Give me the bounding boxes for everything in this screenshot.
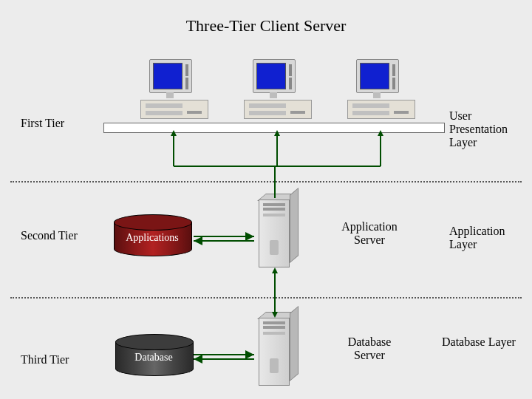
third-tier-label: Third Tier xyxy=(21,353,69,366)
second-tier-label: Second Tier xyxy=(21,229,78,242)
applications-cylinder: Applications xyxy=(114,214,191,259)
application-server-icon xyxy=(259,200,297,270)
database-cylinder-label: Database xyxy=(115,352,192,364)
database-cylinder: Database xyxy=(115,334,192,378)
tier1-strip xyxy=(103,123,445,133)
divider-1 xyxy=(10,181,522,183)
divider-2 xyxy=(10,297,522,299)
database-server-icon xyxy=(259,318,297,389)
application-server-label: Application Server xyxy=(332,220,406,247)
first-tier-label: First Tier xyxy=(21,117,64,130)
database-server-label: Database Server xyxy=(332,335,406,362)
database-layer-label: Database Layer xyxy=(442,335,516,349)
applications-cylinder-label: Applications xyxy=(114,232,191,244)
diagram-title: Three-Tier Client Server xyxy=(0,16,532,35)
client-pc-3 xyxy=(347,59,414,118)
client-pc-1 xyxy=(140,59,207,118)
application-layer-label: Application Layer xyxy=(449,225,505,251)
user-layer-label: User Presentation Layer xyxy=(449,109,508,149)
client-pc-2 xyxy=(244,59,310,118)
